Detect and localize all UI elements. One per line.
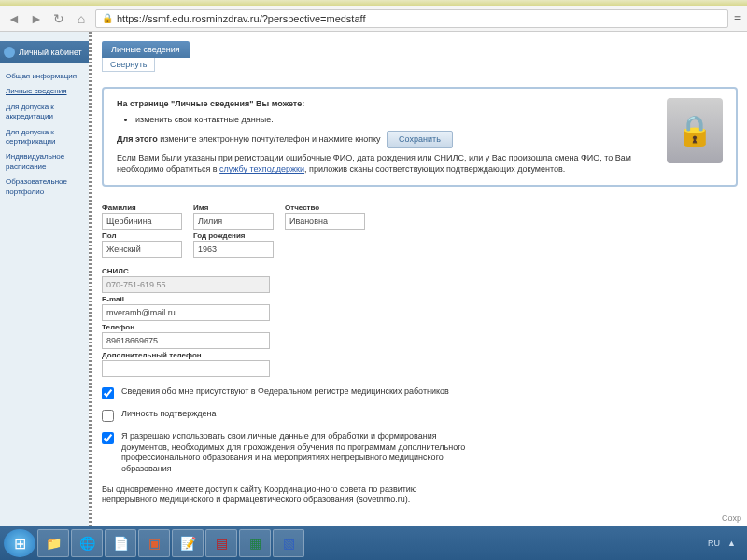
sidebar-item-portfolio[interactable]: Образовательное портфолио	[0, 175, 89, 200]
notice-line2-a: Для этого	[117, 134, 158, 144]
sidebar-item-personal[interactable]: Личные сведения	[0, 84, 89, 99]
task-word[interactable]: ▧	[273, 529, 304, 557]
task-chrome[interactable]: 🌐	[71, 529, 103, 557]
check-federal-registry[interactable]	[102, 387, 114, 399]
logo-icon	[4, 47, 15, 58]
task-explorer[interactable]: 📁	[37, 529, 69, 557]
url-bar[interactable]: 🔒 https://ssmf.edu.rosminzdrav.ru/?persp…	[95, 9, 728, 28]
task-doc[interactable]: 📝	[172, 529, 204, 557]
collapse-link[interactable]: Свернуть	[102, 58, 155, 72]
birth-input[interactable]	[193, 241, 274, 258]
logo-text: Личный кабинет	[19, 48, 82, 57]
patronymic-label: Отчество	[285, 203, 365, 212]
lastname-input[interactable]	[102, 213, 182, 230]
pane-divider[interactable]	[89, 32, 92, 526]
check-consent[interactable]	[102, 432, 114, 444]
sidebar-item-schedule[interactable]: Индивидуальное расписание	[0, 149, 89, 175]
task-excel[interactable]: ▦	[239, 529, 271, 557]
padlock-image: 🔒	[667, 98, 723, 163]
sidebar: Личный кабинет Общая информация Личные с…	[0, 32, 89, 526]
save-button-example[interactable]: Сохранить	[387, 131, 453, 148]
phone2-label: Дополнительный телефон	[102, 351, 270, 359]
forward-button[interactable]: ►	[28, 10, 45, 27]
dual-access-info: Вы одновременно имеете доступ к сайту Ко…	[102, 484, 457, 506]
browser-toolbar: ◄ ► ↻ ⌂ 🔒 https://ssmf.edu.rosminzdrav.r…	[0, 6, 747, 32]
check-federal-label: Сведения обо мне присутствуют в Федераль…	[121, 386, 449, 398]
back-button[interactable]: ◄	[6, 10, 22, 27]
notice-bullet: изменить свои контактные данные.	[135, 114, 657, 126]
sidebar-item-accreditation[interactable]: Для допуска к аккредитации	[0, 100, 89, 125]
menu-button[interactable]: ≡	[734, 11, 741, 26]
url-text: https://ssmf.edu.rosminzdrav.ru/?perspec…	[117, 13, 365, 24]
start-button[interactable]	[4, 529, 35, 557]
check-consent-label: Я разрешаю использовать свои личные данн…	[121, 431, 476, 475]
task-ppt[interactable]: ▣	[138, 529, 170, 557]
snils-input	[102, 276, 270, 293]
phone-label: Телефон	[102, 323, 270, 331]
support-link[interactable]: службу техподдержки	[219, 164, 304, 174]
phone2-input[interactable]	[102, 360, 270, 377]
sidebar-item-general[interactable]: Общая информация	[0, 69, 89, 84]
notice-line2-b: измените электронную почту/телефон и наж…	[158, 134, 381, 144]
firstname-input[interactable]	[193, 213, 274, 230]
taskbar: 📁 🌐 📄 ▣ 📝 ▤ ▦ ▧ RU ▲	[0, 526, 747, 560]
tray-up-icon[interactable]: ▲	[727, 539, 736, 548]
reload-button[interactable]: ↻	[50, 10, 67, 27]
patronymic-input[interactable]	[285, 213, 365, 230]
task-pdf[interactable]: ▤	[205, 529, 237, 557]
check-identity-label: Личность подтверждена	[121, 409, 216, 420]
firstname-label: Имя	[193, 203, 274, 212]
system-tray[interactable]: RU ▲	[708, 539, 743, 548]
notice-box: На странице "Личные сведения" Вы можете:…	[102, 87, 738, 187]
email-input[interactable]	[102, 304, 270, 321]
phone-input[interactable]	[102, 332, 270, 349]
sidebar-item-certification[interactable]: Для допуска к сертификации	[0, 125, 89, 150]
content-area: Личные сведения Свернуть На странице "Ли…	[89, 32, 747, 526]
snils-label: СНИЛС	[102, 267, 270, 275]
birth-label: Год рождения	[193, 231, 274, 240]
save-hint: Сохр	[722, 513, 741, 523]
sex-label: Пол	[102, 231, 182, 240]
email-label: E-mail	[102, 295, 270, 303]
home-button[interactable]: ⌂	[73, 10, 90, 27]
lastname-label: Фамилия	[102, 203, 182, 212]
sex-input[interactable]	[102, 241, 182, 258]
personal-form: Фамилия Имя Отчество Пол	[102, 200, 738, 517]
task-libre[interactable]: 📄	[105, 529, 136, 557]
page-tab-personal[interactable]: Личные сведения	[102, 41, 190, 58]
notice-line3-b: , приложив сканы соответствующих подтвер…	[304, 164, 565, 174]
lock-icon: 🔒	[102, 13, 113, 23]
notice-title: На странице "Личные сведения" Вы можете:	[117, 99, 304, 108]
check-identity[interactable]	[102, 410, 114, 422]
app-logo: Личный кабинет	[0, 41, 89, 63]
tray-lang[interactable]: RU	[708, 539, 720, 548]
